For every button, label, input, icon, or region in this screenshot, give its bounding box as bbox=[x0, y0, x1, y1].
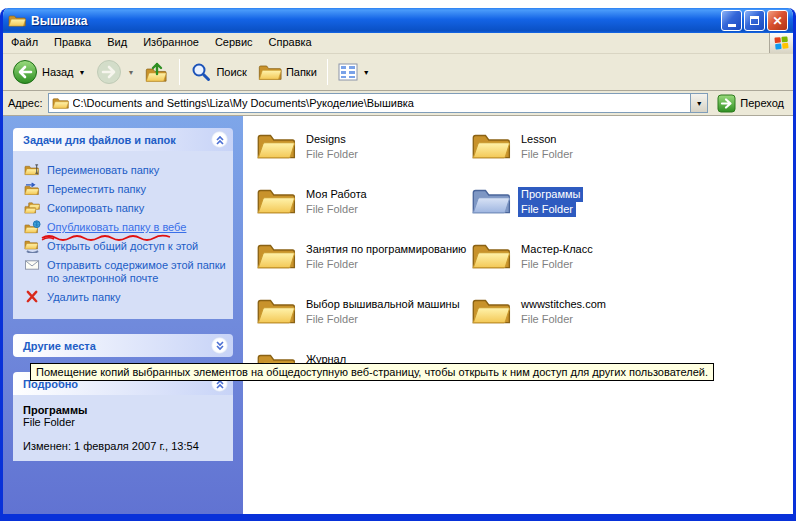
section-file-tasks: Задачи для файлов и папок Переименовать … bbox=[13, 128, 233, 319]
copy-folder-icon bbox=[24, 201, 41, 215]
file-type: File Folder bbox=[303, 312, 361, 327]
move-folder-icon bbox=[24, 182, 41, 196]
task-pane: Задачи для файлов и папок Переименовать … bbox=[3, 116, 243, 514]
menu-view[interactable]: Вид bbox=[99, 33, 135, 53]
folders-label: Папки bbox=[286, 66, 317, 78]
other-places-title: Другие места bbox=[23, 340, 211, 352]
details-modified: Изменен: 1 февраля 2007 г., 13:54 bbox=[23, 440, 223, 452]
window-title: Вышивка bbox=[31, 14, 716, 28]
maximize-button[interactable] bbox=[744, 10, 765, 31]
go-button[interactable]: Переход bbox=[713, 93, 788, 114]
file-tasks-body: Переименовать папку Переместить папку bbox=[13, 151, 233, 319]
file-item-vybor-mashiny[interactable]: Выбор вышивальной машины File Folder bbox=[256, 295, 471, 350]
folder-icon bbox=[471, 295, 511, 326]
close-icon: ✕ bbox=[772, 15, 782, 27]
views-icon bbox=[338, 62, 358, 82]
file-type: File Folder bbox=[303, 147, 361, 162]
task-delete-folder[interactable]: Удалить папку bbox=[24, 291, 227, 304]
task-label: Открыть общий доступ к этой bbox=[47, 240, 198, 253]
task-label: Отправить содержимое этой папки по элект… bbox=[47, 259, 227, 285]
file-name: Мастер-Класс bbox=[518, 242, 596, 257]
up-button[interactable] bbox=[140, 57, 174, 87]
menu-bar: Файл Правка Вид Избранное Сервис Справка bbox=[3, 33, 793, 54]
task-label: Удалить папку bbox=[47, 291, 121, 304]
file-name: Моя Работа bbox=[303, 187, 370, 202]
file-item-wwwstitches[interactable]: wwwstitches.com File Folder bbox=[471, 295, 686, 350]
task-email-folder[interactable]: Отправить содержимое этой папки по элект… bbox=[24, 259, 227, 285]
folders-button[interactable]: Папки bbox=[253, 59, 322, 85]
views-dropdown-icon: ▼ bbox=[363, 69, 370, 76]
file-type: File Folder bbox=[518, 202, 576, 217]
publish-folder-icon bbox=[24, 220, 41, 234]
folder-icon bbox=[256, 295, 296, 326]
address-dropdown-button[interactable]: ▼ bbox=[690, 94, 707, 112]
folder-icon bbox=[256, 130, 296, 161]
folder-icon bbox=[256, 185, 296, 216]
forward-button[interactable]: ▼ bbox=[91, 56, 139, 88]
back-button[interactable]: Назад ▼ bbox=[7, 56, 90, 88]
address-bar: Адрес: C:\Documents and Settings\Liza\My… bbox=[3, 91, 793, 116]
file-item-master-klass[interactable]: Мастер-Класс File Folder bbox=[471, 240, 686, 295]
windows-logo-icon bbox=[769, 33, 793, 53]
folder-icon-selected bbox=[471, 185, 511, 216]
email-icon bbox=[24, 258, 41, 272]
maximize-icon bbox=[750, 16, 759, 25]
minimize-button[interactable] bbox=[721, 10, 742, 31]
file-item-zanyatiya[interactable]: Занятия по программированию File Folder bbox=[256, 240, 471, 295]
menu-favorites[interactable]: Избранное bbox=[135, 33, 207, 53]
details-body: Программы File Folder Изменен: 1 февраля… bbox=[13, 395, 233, 461]
minimize-icon bbox=[728, 24, 736, 27]
task-share-folder[interactable]: Открыть общий доступ к этой bbox=[24, 240, 227, 253]
back-icon bbox=[12, 59, 38, 85]
task-move-folder[interactable]: Переместить папку bbox=[24, 183, 227, 196]
back-dropdown-icon: ▼ bbox=[79, 69, 86, 76]
menu-edit[interactable]: Правка bbox=[46, 33, 99, 53]
delete-icon bbox=[24, 290, 41, 304]
views-button[interactable]: ▼ bbox=[333, 59, 375, 85]
folder-icon bbox=[471, 130, 511, 161]
file-grid: Designs File Folder Lesson File Folder М… bbox=[243, 116, 793, 405]
file-item-designs[interactable]: Designs File Folder bbox=[256, 130, 471, 185]
share-folder-icon bbox=[24, 239, 41, 253]
task-rename-folder[interactable]: Переименовать папку bbox=[24, 164, 227, 177]
details-name: Программы bbox=[23, 404, 223, 416]
toolbar-separator bbox=[179, 59, 180, 85]
file-type: File Folder bbox=[518, 257, 576, 272]
search-button[interactable]: Поиск bbox=[185, 58, 251, 86]
file-item-lesson[interactable]: Lesson File Folder bbox=[471, 130, 686, 185]
expand-button[interactable] bbox=[211, 337, 228, 354]
file-type: File Folder bbox=[518, 312, 576, 327]
address-input[interactable]: C:\Documents and Settings\Liza\My Docume… bbox=[48, 93, 709, 113]
chevron-down-icon bbox=[214, 340, 226, 352]
window-folder-icon bbox=[8, 13, 26, 28]
file-list-area[interactable]: Designs File Folder Lesson File Folder М… bbox=[243, 116, 793, 514]
section-other-places: Другие места bbox=[13, 334, 233, 357]
task-label: Переместить папку bbox=[47, 183, 146, 196]
file-item-programmy[interactable]: Программы File Folder bbox=[471, 185, 686, 240]
task-label: Переименовать папку bbox=[47, 164, 159, 177]
file-tasks-header[interactable]: Задачи для файлов и папок bbox=[13, 128, 233, 151]
menu-tools[interactable]: Сервис bbox=[207, 33, 261, 53]
address-folder-icon bbox=[52, 96, 69, 110]
file-name: Занятия по программированию bbox=[303, 242, 469, 257]
search-icon bbox=[190, 61, 212, 83]
title-bar[interactable]: Вышивка ✕ bbox=[3, 8, 793, 33]
forward-dropdown-icon: ▼ bbox=[127, 69, 134, 76]
task-copy-folder[interactable]: Скопировать папку bbox=[24, 202, 227, 215]
task-publish-folder[interactable]: Опубликовать папку в вебе bbox=[24, 221, 227, 234]
address-path: C:\Documents and Settings\Liza\My Docume… bbox=[73, 97, 687, 109]
task-label: Опубликовать папку в вебе bbox=[47, 221, 186, 234]
file-name: wwwstitches.com bbox=[518, 297, 609, 312]
other-places-header[interactable]: Другие места bbox=[13, 334, 233, 357]
close-button[interactable]: ✕ bbox=[767, 10, 788, 31]
folder-icon bbox=[256, 240, 296, 271]
search-label: Поиск bbox=[216, 66, 246, 78]
collapse-button[interactable] bbox=[211, 131, 228, 148]
window-body: Задачи для файлов и папок Переименовать … bbox=[3, 116, 793, 514]
back-label: Назад bbox=[42, 66, 74, 78]
file-item-moya-rabota[interactable]: Моя Работа File Folder bbox=[256, 185, 471, 240]
section-details: Подробно Программы File Folder Изменен: … bbox=[13, 372, 233, 461]
menu-file[interactable]: Файл bbox=[3, 33, 46, 53]
menu-help[interactable]: Справка bbox=[261, 33, 320, 53]
explorer-window: Вышивка ✕ Файл Правка Вид Избранное Серв… bbox=[0, 8, 796, 521]
